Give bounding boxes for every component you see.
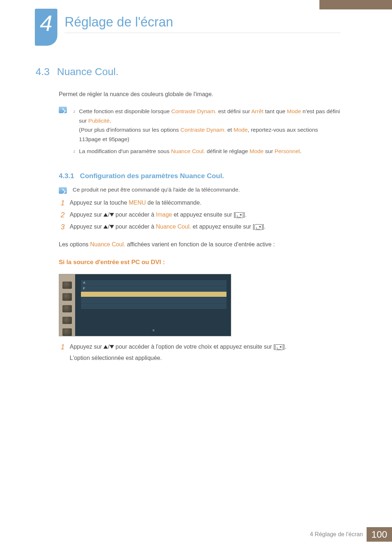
para-text: affichées varient en fonction de la sour… [125, 241, 275, 247]
footer-label: 4 Réglage de l'écran [310, 531, 363, 538]
source-subheading: Si la source d'entrée est PC ou DVI : [59, 259, 341, 266]
step-text: ]. [243, 212, 246, 218]
chapter-header: 4 Réglage de l'écran [0, 0, 392, 11]
arrow-down-icon [110, 345, 114, 349]
arrow-up-icon [103, 213, 108, 217]
para-term: Nuance Coul. [90, 241, 125, 247]
note-list: z Cette fonction est disponible lorsque … [73, 107, 341, 159]
note-text: Cette fonction est disponible lorsque [79, 108, 171, 114]
note-term: Publicité [88, 118, 110, 124]
enter-key-icon [235, 212, 243, 218]
step-1-after: 1 Appuyez sur / pour accéder à l'option … [59, 343, 341, 351]
arrow-down-icon [110, 213, 114, 217]
osd-sidebar [59, 274, 75, 336]
step-text: de la télécommande. [146, 200, 201, 206]
step-text: Appuyez sur [70, 212, 103, 218]
remote-note: Ce produit ne peut être commandé qu'à l'… [59, 186, 341, 194]
note-text: . [300, 148, 301, 154]
chapter-number-badge: 4 [35, 9, 57, 46]
note-icon [59, 107, 67, 113]
osd-row-label: F [83, 286, 86, 291]
note-term: Contraste Dynam. [180, 127, 226, 133]
note-term: Personnel [274, 148, 300, 154]
section-intro: Permet de régler la nuance des couleurs … [59, 90, 341, 99]
subsection-heading: 4.3.1 Configuration des paramètres Nuanc… [59, 172, 341, 180]
step-text: et appuyez ensuite sur [ [172, 212, 235, 218]
notes-block: z Cette fonction est disponible lorsque … [59, 107, 341, 159]
enter-key-icon [254, 224, 262, 230]
note-text: La modification d'un paramètre sous [79, 148, 171, 154]
step-1: 1 Appuyez sur la touche MENU de la téléc… [59, 199, 341, 207]
note-icon [59, 187, 67, 194]
osd-row-selected [81, 292, 226, 297]
step-text: ]. [283, 344, 286, 350]
page-footer: 4 Réglage de l'écran 100 [310, 527, 392, 542]
section-number: 4.3 [36, 66, 50, 78]
arrow-up-icon [103, 225, 108, 229]
bullet-marker: z [73, 107, 75, 144]
arrow-up-icon [103, 345, 108, 349]
step-text: Appuyez sur [70, 344, 103, 350]
note-text: (Pour plus d'informations sur les option… [79, 127, 181, 133]
subsection-title: Configuration des paramètres Nuance Coul… [80, 172, 224, 180]
note-text: définit le réglage [205, 148, 249, 154]
osd-row-label: A [83, 280, 86, 285]
osd-sidebar-icon [62, 317, 72, 324]
note-term: Mode [287, 108, 301, 114]
paragraph: Les options Nuance Coul. affichées varie… [59, 241, 341, 248]
remote-note-text: Ce produit ne peut être commandé qu'à l'… [73, 186, 240, 193]
osd-row [81, 297, 226, 303]
note-term: Mode [249, 148, 264, 154]
step-2: 2 Appuyez sur / pour accéder à Image et … [59, 211, 341, 219]
subsection-number: 4.3.1 [59, 172, 74, 180]
note-text: tant que [264, 108, 287, 114]
note-term: Nuance Coul. [171, 148, 205, 154]
note-item: z La modification d'un paramètre sous Nu… [73, 147, 341, 156]
note-text: et [226, 127, 234, 133]
osd-menu: A F [81, 280, 226, 309]
step-text: Appuyez sur [70, 223, 103, 230]
note-text: est défini sur [217, 108, 252, 114]
step-term: Nuance Coul. [156, 223, 191, 230]
note-text: sur [264, 148, 274, 154]
step-term: MENU [129, 200, 146, 206]
note-term: Contraste Dynam. [171, 108, 217, 114]
step-text: ]. [262, 223, 266, 230]
step-number: 3 [59, 223, 65, 231]
section-heading: 4.3 Nuance Coul. [36, 66, 341, 78]
osd-row [81, 303, 226, 309]
osd-sidebar-icon [62, 305, 72, 312]
step-number: 2 [59, 211, 65, 219]
osd-sidebar-icon [62, 328, 72, 336]
osd-sidebar-icon [62, 293, 72, 300]
footer-page-number: 100 [367, 527, 392, 542]
step-text: Appuyez sur la touche [70, 200, 129, 206]
steps-list: 1 Appuyez sur la touche MENU de la téléc… [59, 199, 341, 231]
osd-screenshot: A F E [59, 274, 231, 336]
note-term: Arrêt [251, 108, 264, 114]
para-text: Les options [59, 241, 90, 247]
osd-sidebar-icon [62, 282, 72, 289]
osd-row: F [81, 286, 226, 291]
section-title: Nuance Coul. [57, 66, 119, 78]
step-number: 1 [59, 343, 65, 351]
osd-footer: E [81, 329, 226, 334]
note-term: Mode [233, 127, 248, 133]
osd-row: A [81, 280, 226, 286]
step-3: 3 Appuyez sur / pour accéder à Nuance Co… [59, 223, 341, 231]
step-text: pour accéder à [114, 223, 156, 230]
bullet-marker: z [73, 147, 75, 156]
note-text: . [110, 118, 111, 124]
note-item: z Cette fonction est disponible lorsque … [73, 107, 341, 144]
osd-footer-item: E [153, 329, 155, 334]
step-term: Image [156, 212, 172, 218]
step-text: pour accéder à l'option de votre choix e… [114, 344, 275, 350]
step-after: 1 Appuyez sur / pour accéder à l'option … [59, 343, 341, 361]
enter-key-icon [275, 344, 283, 350]
step-continuation: L'option sélectionnée est appliquée. [70, 355, 341, 361]
step-number: 1 [59, 199, 65, 207]
chapter-title: Réglage de l'écran [65, 15, 340, 33]
page-content: 4.3 Nuance Coul. Permet de régler la nua… [36, 66, 341, 361]
step-text: pour accéder à [114, 212, 156, 218]
arrow-down-icon [110, 225, 114, 229]
